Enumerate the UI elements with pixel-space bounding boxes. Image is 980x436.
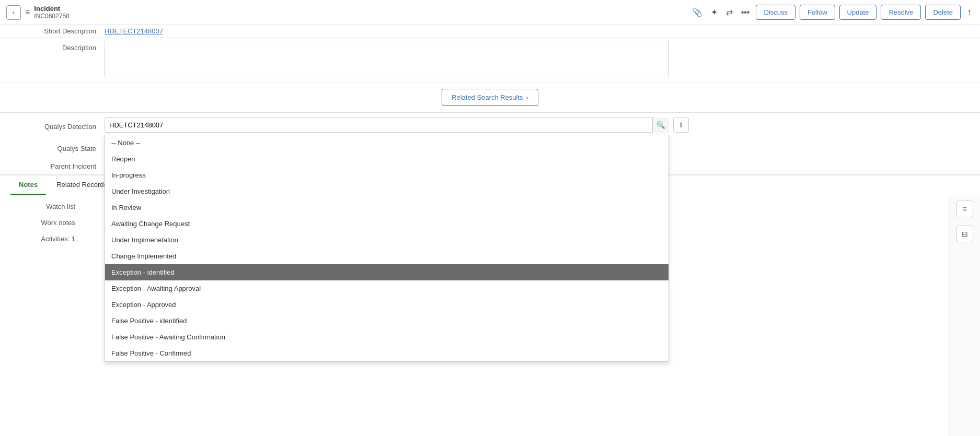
description-field bbox=[105, 41, 970, 79]
dropdown-item-exception-identified[interactable]: Exception - identified bbox=[105, 264, 668, 280]
filter-icon: ⊟ bbox=[962, 230, 968, 238]
back-icon: ‹ bbox=[13, 9, 15, 16]
filter-icon-button[interactable]: ⊟ bbox=[956, 226, 973, 242]
chevron-right-icon: › bbox=[526, 93, 528, 101]
right-panel: ≡ ⊟ bbox=[949, 195, 980, 436]
short-description-label: Short Description bbox=[10, 27, 105, 35]
qualys-detection-input[interactable] bbox=[105, 117, 669, 133]
dropdown-item-change-implemented[interactable]: Change Implemented bbox=[105, 248, 668, 264]
header-left: ‹ ≡ Incident INC0602758 bbox=[6, 5, 690, 20]
dropdown-item-under-impl[interactable]: Under Implmenetation bbox=[105, 232, 668, 248]
follow-button[interactable]: Follow bbox=[800, 5, 835, 20]
incident-id-label: INC0602758 bbox=[34, 13, 69, 20]
activities-label: Activities: 1 bbox=[10, 233, 84, 243]
description-label: Description bbox=[10, 41, 105, 52]
main-content: Short Description HDETECT2148007 Descrip… bbox=[0, 25, 980, 436]
header-title: Incident INC0602758 bbox=[34, 5, 69, 20]
list-icon: ≡ bbox=[962, 205, 966, 213]
incident-type-label: Incident bbox=[34, 5, 69, 13]
dropdown-item-in-progress[interactable]: In-progress bbox=[105, 167, 668, 183]
related-search-label: Related Search Results bbox=[452, 93, 523, 101]
back-button[interactable]: ‹ bbox=[6, 5, 21, 20]
qualys-state-dropdown: -- None --ReopenIn-progressUnder Investi… bbox=[105, 135, 669, 362]
dropdown-item-awaiting-change[interactable]: Awaiting Change Request bbox=[105, 216, 668, 232]
qualys-detection-label: Qualys Detection bbox=[10, 120, 105, 131]
search-icon: 🔍 bbox=[656, 121, 665, 129]
more-icon-button[interactable]: ••• bbox=[739, 6, 752, 19]
short-description-value[interactable]: HDETECT2148007 bbox=[105, 27, 163, 35]
scroll-up-button[interactable]: ↑ bbox=[965, 5, 974, 20]
dropdown-item-in-review[interactable]: In Review bbox=[105, 199, 668, 216]
qualys-detection-input-wrap: 🔍 bbox=[105, 117, 669, 133]
related-search-button[interactable]: Related Search Results › bbox=[442, 89, 538, 106]
qualys-search-button[interactable]: 🔍 bbox=[652, 117, 669, 133]
dropdown-item-exception-awaiting[interactable]: Exception - Awaiting Approval bbox=[105, 280, 668, 297]
update-button[interactable]: Update bbox=[839, 5, 877, 20]
dropdown-item-reopen[interactable]: Reopen bbox=[105, 151, 668, 167]
dropdown-item-under-investigation[interactable]: Under Investigation bbox=[105, 183, 668, 199]
delete-button[interactable]: Delete bbox=[925, 5, 961, 20]
dropdown-item-false-positive-identified[interactable]: False Positive - identified bbox=[105, 313, 668, 329]
hamburger-icon[interactable]: ≡ bbox=[25, 8, 30, 17]
info-icon: i bbox=[680, 121, 682, 129]
list-icon-button[interactable]: ≡ bbox=[956, 201, 973, 217]
dropdown-item-false-positive-awaiting[interactable]: False Positive - Awaiting Confirmation bbox=[105, 329, 668, 345]
qualys-info-button[interactable]: i bbox=[673, 117, 689, 133]
dropdown-item-none[interactable]: -- None -- bbox=[105, 135, 668, 151]
work-notes-label: Work notes bbox=[10, 217, 84, 227]
tab-notes[interactable]: Notes bbox=[10, 175, 46, 195]
description-textarea[interactable] bbox=[105, 41, 669, 77]
related-search-bar: Related Search Results › bbox=[0, 83, 980, 113]
qualys-state-label: Qualys State bbox=[10, 142, 105, 152]
plus-icon-button[interactable]: ✦ bbox=[709, 5, 720, 19]
dropdown-item-false-positive-confirmed[interactable]: False Positive - Confirmed bbox=[105, 345, 668, 361]
dropdown-item-exception-approved[interactable]: Exception - Approved bbox=[105, 297, 668, 313]
description-row: Description bbox=[0, 38, 980, 83]
attachment-icon-button[interactable]: 📎 bbox=[690, 5, 705, 19]
header: ‹ ≡ Incident INC0602758 📎 ✦ ⇄ ••• Discus… bbox=[0, 0, 980, 25]
transfer-icon-button[interactable]: ⇄ bbox=[724, 5, 735, 19]
watch-list-label: Watch list bbox=[10, 201, 84, 210]
resolve-button[interactable]: Resolve bbox=[881, 5, 921, 20]
discuss-button[interactable]: Discuss bbox=[756, 5, 795, 20]
qualys-detection-row: Qualys Detection 🔍 i bbox=[0, 113, 980, 137]
parent-incident-label: Parent Incident bbox=[10, 159, 105, 170]
short-description-row: Short Description HDETECT2148007 bbox=[0, 25, 980, 38]
header-actions: 📎 ✦ ⇄ ••• Discuss Follow Update Resolve … bbox=[690, 5, 974, 20]
